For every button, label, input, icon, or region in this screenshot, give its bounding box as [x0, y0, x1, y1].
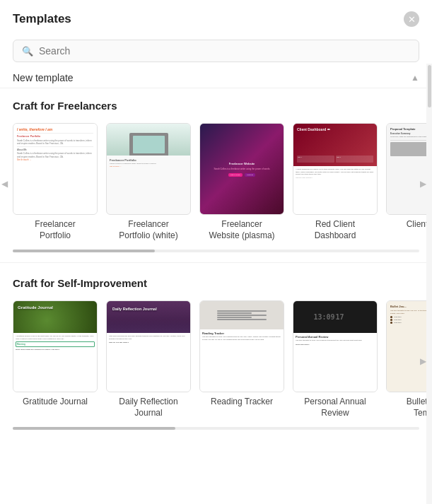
template-thumb-daily-reflection-journal: Daily Reflection Journal Start each morn…	[106, 300, 191, 392]
self-improvement-scroll-right-icon[interactable]: ▶	[420, 356, 426, 366]
template-card-freelancer-website-plasma[interactable]: Freelancer Website Sarah Collins is a fr…	[199, 123, 284, 241]
freelancer-portfolio-white-label: FreelancerPortfolio (white)	[119, 219, 177, 241]
thumb-gratitude-question: What three things am I grateful for toda…	[16, 348, 95, 351]
modal-title: Templates	[13, 12, 71, 26]
self-improvement-scroll-container: Gratitude Journal A gratitude journal is…	[0, 298, 432, 424]
thumb-red-title: Client Dashboard ✏	[297, 127, 373, 131]
thumb-gratitude-body: A gratitude journal is one of the best t…	[13, 333, 97, 392]
modal-header: Templates ✕	[0, 0, 432, 34]
search-bar: 🔍	[13, 40, 419, 62]
laptop-scene	[107, 124, 190, 156]
new-template-row[interactable]: New template ▲	[0, 68, 432, 88]
template-card-personal-annual-review[interactable]: 13:09 17 Personal Annual Review Use this…	[293, 300, 378, 418]
thumb-plasma-sub: Sarah Collins is a freelance writer usin…	[214, 168, 270, 170]
thumb-label: Freelancer Portfolio	[17, 135, 93, 139]
template-card-reading-tracker[interactable]: Reading Tracker Use this template to tra…	[199, 300, 284, 418]
self-improvement-scrollbar	[0, 427, 432, 430]
self-improvement-scrollbar-thumb	[13, 427, 175, 430]
vertical-scrollbar-thumb	[428, 65, 431, 107]
thumb-gratitude-text: A gratitude journal is one of the best t…	[16, 335, 95, 340]
new-template-arrow-icon: ▲	[411, 73, 419, 83]
freelancers-scrollbar-thumb	[13, 250, 155, 252]
thumb-line-1	[217, 310, 267, 312]
thumb-white-link: Get In touch →	[110, 165, 187, 168]
section-divider	[0, 262, 432, 263]
thumb-gratitude-title-img: Gratitude Journal	[18, 305, 93, 310]
template-thumb-bullet-journal: Bullet Jou... Use this template to plan …	[386, 300, 432, 392]
thumb-white-body: Sarah Collins is a freelance writer usin…	[110, 163, 187, 165]
thumb-reflection-mountain	[107, 319, 190, 333]
template-thumb-freelancer-website-plasma: Freelancer Website Sarah Collins is a fr…	[199, 123, 284, 215]
thumb-gratitude-img: Gratitude Journal	[13, 301, 97, 333]
thumb-personal-text: Use this template to track your progress…	[296, 339, 375, 342]
self-improvement-templates-row: Gratitude Journal A gratitude journal is…	[0, 298, 432, 424]
thumb-line-2	[217, 312, 252, 314]
thumb-reflection-question: How do you feel today?	[109, 341, 188, 344]
template-card-red-client-dashboard[interactable]: Client Dashboard ✏ Task 1 Task 2 A clien…	[293, 123, 378, 241]
search-input[interactable]	[39, 45, 410, 57]
template-thumb-freelancer-portfolio-white: Freelancer Portfolio Sarah Collins is a …	[106, 123, 191, 215]
thumb-line-5	[217, 319, 267, 320]
template-thumb-client-pro: Proposal Template Executive Summary In t…	[386, 123, 432, 215]
thumb-link: Get In touch →	[17, 158, 93, 161]
section-freelancers-title: Craft for Freelancers	[0, 100, 432, 112]
thumb-plasma-bg: Freelancer Website Sarah Collins is a fr…	[200, 124, 284, 214]
thumb-header-img	[107, 124, 190, 156]
thumb-morning-label: Morning	[17, 343, 93, 346]
thumb-gratitude-box: Morning	[16, 341, 95, 347]
template-thumb-freelancer-portfolio: I write, therefore I am Freelancer Portf…	[13, 123, 98, 215]
thumb-reflection-body: Start each morning and end each evening …	[107, 333, 190, 392]
thumb-white-title: Freelancer Portfolio	[110, 158, 187, 162]
thumb-red-grid: Task 1 Task 2	[297, 156, 373, 163]
gratitude-journal-label: Gratitude Journal	[23, 397, 88, 408]
thumb-client-pro-bg: Proposal Template Executive Summary In t…	[387, 124, 432, 214]
thumb-reading-header	[200, 301, 284, 329]
search-icon: 🔍	[22, 46, 33, 57]
freelancer-portfolio-label: FreelancerPortfolio	[35, 219, 75, 241]
freelancers-scroll-container: ◀ I write, therefore I am Freelancer Por…	[0, 120, 432, 247]
template-card-freelancer-portfolio[interactable]: I write, therefore I am Freelancer Portf…	[13, 123, 98, 241]
thumb-line-3	[217, 315, 267, 316]
freelancer-website-plasma-label: FreelancerWebsite (plasma)	[209, 219, 274, 241]
freelancers-scrollbar-track	[13, 250, 419, 252]
thumb-personal-header: 13:09 17	[293, 301, 377, 333]
daily-reflection-journal-label: Daily ReflectionJournal	[119, 397, 177, 418]
personal-annual-review-label: Personal AnnualReview	[304, 397, 366, 418]
template-card-daily-reflection-journal[interactable]: Daily Reflection Journal Start each morn…	[106, 300, 191, 418]
thumb-body: Sarah Collins is a freelance writer usin…	[17, 139, 93, 145]
thumb-personal-title: Personal Annual Review	[296, 335, 375, 339]
new-template-label: New template	[13, 72, 74, 83]
thumb-section-head: About Me	[17, 148, 93, 151]
thumb-gratitude-overlay: Gratitude Journal	[18, 305, 93, 333]
thumb-red-note: How can I help you today?	[296, 177, 375, 178]
template-card-freelancer-portfolio-white[interactable]: Freelancer Portfolio Sarah Collins is a …	[106, 123, 191, 241]
thumb-reflection-title: Daily Reflection Journal	[112, 307, 157, 311]
thumb-personal-body: Personal Annual Review Use this template…	[293, 333, 377, 392]
close-button[interactable]: ✕	[404, 11, 419, 27]
thumb-bullet-bg: Bullet Jou... Use this template to plan …	[387, 301, 432, 392]
self-improvement-scrollbar-track	[13, 427, 419, 430]
section-self-improvement: Craft for Self-Improvement Gratitude Jou…	[0, 266, 432, 437]
thumb-red-text: A client dashboard is a place you to tra…	[296, 168, 375, 176]
template-thumb-reading-tracker: Reading Tracker Use this template to tra…	[199, 300, 284, 392]
thumb-text-italic: I write, therefore I am	[17, 127, 93, 131]
thumb-plasma-buttons: Get In Touch Portfolio	[214, 173, 270, 177]
thumb-plasma-title: Freelancer Website	[214, 162, 270, 165]
thumb-reading-text: Use this template to track your reading …	[202, 336, 281, 341]
thumb-reading-body: Reading Tracker Use this template to tra…	[200, 329, 284, 392]
freelancers-scroll-left-icon[interactable]: ◀	[1, 179, 8, 189]
section-freelancers: Craft for Freelancers ◀ I write, therefo…	[0, 88, 432, 259]
freelancers-scroll-right-icon[interactable]: ▶	[420, 179, 426, 189]
thumb-reflection-text: Start each morning and end each evening …	[109, 335, 188, 340]
template-card-gratitude-journal[interactable]: Gratitude Journal A gratitude journal is…	[13, 300, 98, 418]
vertical-scrollbar[interactable]	[426, 64, 432, 504]
thumb-line-4	[217, 317, 252, 318]
thumb-reading-title: Reading Tracker	[202, 332, 281, 335]
freelancers-templates-row: I write, therefore I am Freelancer Portf…	[0, 120, 432, 247]
content-area: Craft for Freelancers ◀ I write, therefo…	[0, 88, 432, 504]
red-client-dashboard-label: Red ClientDashboard	[315, 219, 356, 241]
thumb-body2: Sarah Collins is a freelance writer usin…	[17, 152, 93, 158]
section-self-improvement-title: Craft for Self-Improvement	[0, 277, 432, 289]
thumb-reading-pencil-lines	[217, 310, 267, 320]
thumb-personal-numbers: 13:09 17	[313, 313, 356, 321]
